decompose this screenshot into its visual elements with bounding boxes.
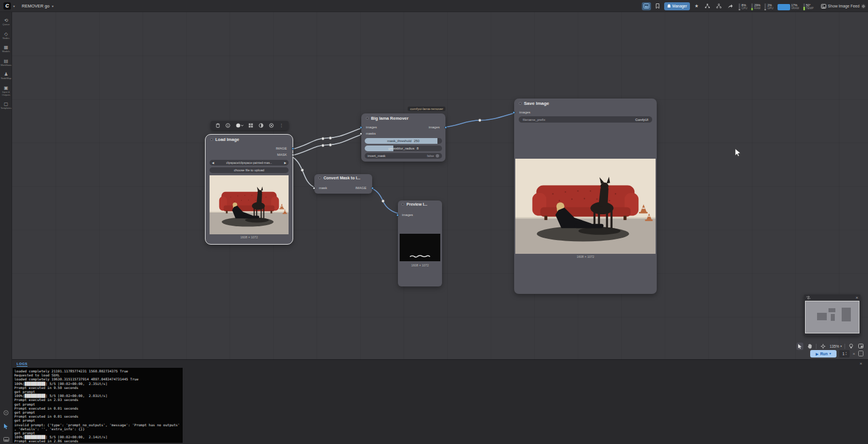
input-label-images: images bbox=[402, 213, 413, 217]
logo-menu-chevron-icon[interactable]: ▾ bbox=[13, 4, 15, 8]
output-port-mask[interactable] bbox=[291, 154, 294, 156]
input-port-images[interactable] bbox=[396, 214, 399, 217]
invert-mask-toggle[interactable]: invert_mask false bbox=[365, 153, 442, 159]
filename-prefix-widget[interactable]: filename_prefix ComfyUI bbox=[519, 116, 652, 123]
mute-node-icon[interactable] bbox=[269, 123, 274, 128]
upload-button[interactable]: choose file to upload bbox=[210, 167, 289, 173]
run-button[interactable]: ▶ Run ▾ bbox=[810, 350, 837, 357]
frame-nodes-icon[interactable] bbox=[248, 123, 253, 128]
batch-count-input[interactable]: 1 ▴▾ bbox=[839, 350, 850, 357]
canvas-controls: 135% ▾ bbox=[796, 342, 865, 350]
input-label-images: images bbox=[366, 125, 377, 129]
sidebar-item-models[interactable]: ▦ Models bbox=[0, 45, 12, 53]
input-port-masks[interactable] bbox=[360, 132, 362, 135]
sidebar-item-nodemap[interactable]: ♟ NodeMap bbox=[0, 72, 12, 80]
sidebar-item-queue[interactable]: ⟲ Queue bbox=[0, 18, 12, 26]
bypass-node-icon[interactable] bbox=[259, 123, 263, 128]
log-line: 100%|██████████| 5/5 [00:02<00:00, 2.03i… bbox=[14, 394, 181, 398]
input-port-images[interactable] bbox=[512, 111, 515, 114]
node-save-image[interactable]: Save Image images filename_prefix ComfyU… bbox=[514, 99, 657, 294]
node-color-picker-icon[interactable] bbox=[236, 123, 243, 128]
help-icon[interactable] bbox=[3, 410, 9, 415]
temp-label: TEMP bbox=[806, 7, 814, 10]
sidebar-item-templates[interactable]: ▢ Templates bbox=[0, 101, 12, 110]
chevron-down-icon: ▾ bbox=[830, 352, 831, 355]
output-port-image[interactable] bbox=[371, 187, 374, 190]
queue-panel-icon[interactable] bbox=[858, 351, 863, 356]
mask-threshold-slider[interactable]: mask_threshold 250 bbox=[365, 138, 442, 144]
output-port-image[interactable] bbox=[291, 147, 294, 150]
manager-button[interactable]: Manager bbox=[664, 2, 690, 10]
pan-tool-icon[interactable] bbox=[806, 343, 813, 350]
sidebar-item-label: Workflows bbox=[1, 64, 11, 67]
minimap-options-icon[interactable] bbox=[806, 296, 811, 300]
workflow-chevron-icon[interactable]: ▾ bbox=[52, 4, 53, 8]
more-options-icon[interactable]: ⋮ bbox=[279, 123, 283, 128]
log-line: got prompt bbox=[14, 418, 181, 422]
node-title: Big lama Remover bbox=[371, 116, 408, 121]
delete-node-icon[interactable] bbox=[216, 123, 220, 128]
info-icon[interactable] bbox=[226, 123, 230, 128]
step-down-icon[interactable]: ▾ bbox=[846, 353, 847, 356]
combo-left-arrow-icon[interactable]: ◀ bbox=[212, 161, 214, 164]
image-icon bbox=[821, 4, 826, 9]
minimap-close-icon[interactable]: × bbox=[855, 295, 858, 300]
node-map-icon[interactable] bbox=[703, 2, 712, 10]
log-line: , 'details': '', 'extra_info': {}} bbox=[14, 427, 181, 431]
output-label-images: images bbox=[429, 125, 440, 129]
mask-preview-image bbox=[400, 234, 440, 261]
logs-console[interactable]: loaded completely 21191.11785774231 1560… bbox=[13, 368, 183, 443]
fit-view-icon[interactable] bbox=[819, 343, 827, 350]
sidebar-item-nodes[interactable]: ◇ Nodes bbox=[0, 32, 12, 40]
node-title: Preview I... bbox=[407, 202, 427, 206]
input-port-mask[interactable] bbox=[313, 187, 315, 190]
node-title: Load Image bbox=[215, 137, 239, 142]
star-icon[interactable]: ★ bbox=[693, 2, 700, 10]
templates-icon: ▢ bbox=[4, 101, 9, 107]
collapse-dot[interactable] bbox=[318, 176, 321, 179]
combo-right-arrow-icon[interactable]: ▶ bbox=[284, 161, 286, 164]
node-load-image[interactable]: Load Image IMAGE MASK ◀ clipspace/clipsp… bbox=[205, 134, 293, 245]
logs-tab[interactable]: LOGS bbox=[17, 362, 27, 367]
comfyui-logo[interactable]: C bbox=[3, 2, 11, 10]
sidebar-item-inputs-outputs[interactable]: ▣ Input & Outputs bbox=[0, 85, 12, 96]
show-image-feed-toggle[interactable]: Show Image Feed bbox=[821, 4, 866, 9]
collapse-dot[interactable] bbox=[210, 138, 213, 141]
node-title: Convert Mask to I... bbox=[323, 176, 360, 180]
cancel-run-icon[interactable]: × bbox=[853, 351, 855, 356]
bottom-panel-toggle-icon[interactable] bbox=[3, 437, 9, 442]
node-graph-canvas[interactable] bbox=[12, 12, 868, 359]
logs-close-icon[interactable]: × bbox=[859, 361, 862, 366]
output-label-mask: MASK bbox=[277, 153, 287, 156]
toggle-label: invert_mask bbox=[368, 154, 385, 158]
output-port-images[interactable] bbox=[444, 126, 447, 129]
log-line: invalid prompt: {'type': 'prompt_no_outp… bbox=[14, 423, 181, 427]
pointer-tool-icon[interactable] bbox=[3, 423, 9, 429]
collapse-dot[interactable] bbox=[519, 102, 522, 105]
bookmark-icon[interactable] bbox=[654, 2, 661, 10]
link-visibility-icon[interactable] bbox=[848, 343, 854, 350]
gear-icon bbox=[861, 4, 866, 9]
workflow-name[interactable]: REMOVER go bbox=[22, 3, 49, 9]
image-feed-toggle-icon[interactable] bbox=[642, 2, 651, 10]
gaussblur-radius-slider[interactable]: gaussblur_radius 8 bbox=[365, 146, 442, 151]
collapse-dot[interactable] bbox=[401, 203, 404, 206]
image-combo-widget[interactable]: ◀ clipspace/clipspace-painted-mas... ▶ bbox=[210, 160, 289, 166]
node-convert-mask-to-image[interactable]: Convert Mask to I... mask IMAGE bbox=[314, 174, 372, 194]
node-graph-icon[interactable] bbox=[715, 2, 723, 10]
sidebar-item-workflows[interactable]: ▤ Workflows bbox=[0, 58, 12, 67]
select-tool-icon[interactable] bbox=[796, 343, 803, 350]
share-icon[interactable] bbox=[726, 2, 735, 10]
node-preview-image[interactable]: Preview I... images 1608 × 1072 bbox=[398, 201, 442, 286]
zoom-level-dropdown[interactable]: 135% ▾ bbox=[830, 344, 842, 348]
input-label-mask: mask bbox=[319, 186, 327, 190]
node-big-lama-remover[interactable]: comfyui-lama-remover Big lama Remover im… bbox=[361, 113, 445, 162]
toggle-knob[interactable] bbox=[436, 154, 439, 158]
nodemap-icon: ♟ bbox=[4, 72, 8, 77]
sofa bbox=[219, 192, 279, 214]
minimap-viewport[interactable] bbox=[805, 301, 859, 333]
collapse-dot[interactable] bbox=[366, 117, 369, 120]
input-port-images[interactable] bbox=[360, 126, 362, 129]
logs-panel: LOGS × loaded completely 21191.117857742… bbox=[12, 359, 868, 444]
toggle-minimap-icon[interactable] bbox=[857, 343, 865, 350]
